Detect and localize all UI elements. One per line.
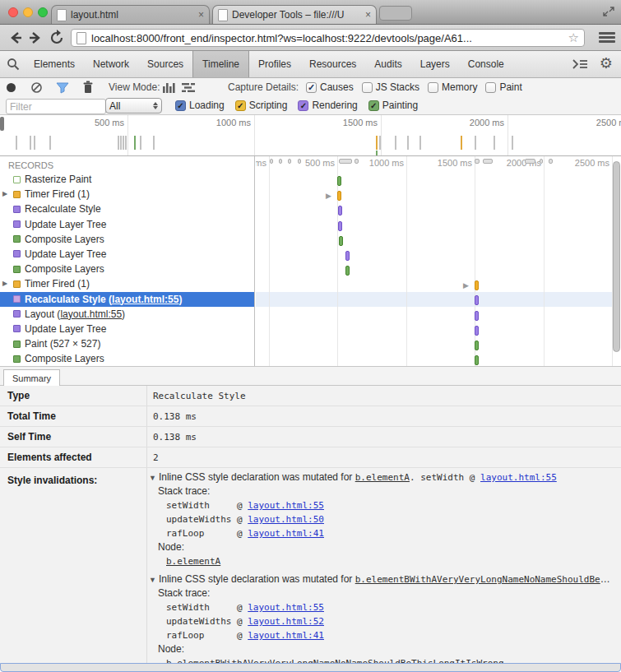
source-link[interactable]: layout.html:50 bbox=[248, 514, 324, 525]
loading-checkbox[interactable]: ✓ bbox=[175, 100, 186, 111]
close-tab-icon[interactable]: × bbox=[198, 10, 204, 20]
record-timer-fired-1-[interactable]: ▶Timer Fired (1) bbox=[0, 187, 254, 202]
address-bar[interactable]: localhost:8000/front_end/inspector.html?… bbox=[71, 29, 585, 47]
category-option-loading[interactable]: ✓Loading bbox=[175, 96, 225, 114]
source-link[interactable]: layout.html:55 bbox=[480, 472, 557, 483]
tab-elements[interactable]: Elements bbox=[25, 51, 84, 77]
flame-event-bar[interactable] bbox=[475, 295, 479, 305]
source-link[interactable]: layout.html:55 bbox=[248, 500, 324, 511]
checkbox-checked[interactable]: ✓ bbox=[306, 82, 317, 93]
waterfall-view-icon[interactable] bbox=[182, 83, 196, 92]
forward-button[interactable] bbox=[26, 29, 44, 47]
node-link[interactable]: b.elementA bbox=[166, 556, 220, 567]
filter-input[interactable] bbox=[6, 99, 106, 114]
record-recalculate-style[interactable]: Recalculate Style bbox=[0, 202, 254, 216]
rendering-checkbox[interactable]: ✓ bbox=[298, 100, 308, 111]
capture-option-memory[interactable]: Memory bbox=[428, 78, 477, 96]
flame-event-bar[interactable] bbox=[475, 311, 479, 321]
record-composite-layers[interactable]: Composite Layers bbox=[0, 262, 254, 276]
clear-button[interactable] bbox=[30, 81, 43, 94]
zoom-window-button[interactable] bbox=[38, 7, 48, 17]
flame-event-bar[interactable] bbox=[475, 280, 479, 290]
flame-event-bar[interactable] bbox=[345, 251, 350, 261]
fullscreen-icon[interactable] bbox=[603, 6, 614, 17]
tab-profiles[interactable]: Profiles bbox=[249, 51, 300, 77]
trash-icon[interactable] bbox=[82, 81, 94, 94]
flame-event-bar[interactable] bbox=[475, 326, 479, 336]
browser-tab-layout[interactable]: layout.html × bbox=[51, 5, 210, 24]
checkbox-unchecked[interactable] bbox=[485, 82, 496, 93]
expand-arrow-icon[interactable]: ▶ bbox=[463, 281, 469, 290]
source-link[interactable]: layout.html:41 bbox=[248, 630, 324, 641]
record-source-link[interactable]: layout.html:55 bbox=[60, 308, 122, 320]
tab-audits[interactable]: Audits bbox=[365, 51, 410, 77]
bookmark-star-icon[interactable]: ☆ bbox=[568, 30, 579, 45]
category-option-painting[interactable]: ✓Painting bbox=[368, 96, 418, 114]
browser-tab-devtools[interactable]: Developer Tools – file:///U × bbox=[212, 5, 377, 24]
collapse-triangle-icon[interactable]: ▼ bbox=[149, 576, 156, 584]
close-window-button[interactable] bbox=[8, 7, 18, 17]
category-dropdown[interactable]: All bbox=[105, 98, 162, 114]
tab-network[interactable]: Network bbox=[84, 51, 138, 77]
record-paint-527-527-[interactable]: Paint (527 × 527) bbox=[0, 336, 254, 351]
record-composite-layers[interactable]: Composite Layers bbox=[0, 351, 254, 366]
show-console-drawer-icon[interactable] bbox=[572, 58, 588, 70]
scripting-checkbox[interactable]: ✓ bbox=[235, 100, 246, 111]
invalidation-node-link[interactable]: b.elementA bbox=[355, 472, 410, 483]
source-link[interactable]: layout.html:55 bbox=[248, 602, 324, 613]
expand-arrow-icon[interactable]: ▶ bbox=[2, 276, 7, 291]
record-update-layer-tree[interactable]: Update Layer Tree bbox=[0, 247, 254, 262]
expand-arrow-icon[interactable]: ▶ bbox=[326, 192, 331, 200]
back-button[interactable] bbox=[7, 29, 25, 47]
filter-funnel-icon[interactable] bbox=[56, 81, 69, 94]
category-option-scripting[interactable]: ✓Scripting bbox=[235, 96, 288, 114]
capture-option-paint[interactable]: Paint bbox=[485, 78, 521, 96]
record-update-layer-tree[interactable]: Update Layer Tree bbox=[0, 322, 254, 336]
tab-resources[interactable]: Resources bbox=[300, 51, 365, 77]
minimize-window-button[interactable] bbox=[23, 7, 33, 17]
events-view-icon[interactable] bbox=[162, 82, 175, 93]
record-composite-layers[interactable]: Composite Layers bbox=[0, 232, 254, 247]
tab-timeline[interactable]: Timeline bbox=[192, 51, 249, 77]
checkbox-unchecked[interactable] bbox=[428, 82, 438, 93]
invalidation-node-link[interactable]: b.elementBWithAVeryVeryLongNameNoNameSho… bbox=[355, 573, 614, 585]
flamechart-pane[interactable]: ms500 ms1000 ms1500 ms2000 ms2500 ms▶▶ bbox=[256, 156, 621, 366]
record-recalculate-style[interactable]: Recalculate Style (layout.html:55) bbox=[0, 292, 254, 307]
record-layout[interactable]: Layout (layout.html:55) bbox=[0, 307, 254, 322]
checkbox-unchecked[interactable] bbox=[362, 82, 373, 93]
search-icon[interactable] bbox=[7, 58, 20, 71]
capture-option-causes[interactable]: ✓Causes bbox=[306, 78, 354, 96]
flame-event-bar[interactable] bbox=[338, 221, 342, 231]
category-option-rendering[interactable]: ✓Rendering bbox=[298, 96, 357, 114]
tab-console[interactable]: Console bbox=[459, 51, 513, 77]
flame-event-bar[interactable] bbox=[345, 266, 350, 276]
vertical-scrollbar-thumb[interactable] bbox=[613, 161, 620, 352]
close-tab-icon[interactable]: × bbox=[365, 10, 371, 20]
reload-button[interactable] bbox=[48, 29, 66, 47]
record-rasterize-paint[interactable]: Rasterize Paint bbox=[0, 172, 254, 187]
record-update-layer-tree[interactable]: Update Layer Tree bbox=[0, 217, 254, 232]
flame-event-bar[interactable] bbox=[338, 206, 342, 216]
collapse-triangle-icon[interactable]: ▼ bbox=[149, 474, 156, 482]
capture-option-js-stacks[interactable]: JS Stacks bbox=[362, 78, 419, 96]
record-button[interactable] bbox=[5, 81, 17, 94]
record-source-link[interactable]: layout.html:55 bbox=[112, 294, 178, 305]
overview-left-grip[interactable] bbox=[0, 117, 4, 131]
source-link[interactable]: layout.html:52 bbox=[248, 616, 324, 627]
record-timer-fired-1-[interactable]: ▶Timer Fired (1) bbox=[0, 276, 254, 291]
flame-event-bar[interactable] bbox=[475, 355, 479, 365]
chrome-menu-icon[interactable] bbox=[599, 32, 615, 44]
flame-event-bar[interactable] bbox=[337, 191, 341, 201]
flame-event-bar[interactable] bbox=[475, 341, 479, 350]
timeline-overview[interactable]: 500 ms1000 ms1500 ms2000 ms2500 ms bbox=[0, 115, 621, 156]
flame-event-bar[interactable] bbox=[339, 236, 343, 246]
expand-arrow-icon[interactable]: ▶ bbox=[2, 187, 7, 202]
source-link[interactable]: layout.html:41 bbox=[248, 528, 324, 539]
new-tab-button[interactable] bbox=[379, 6, 412, 21]
painting-checkbox[interactable]: ✓ bbox=[368, 100, 379, 111]
flame-event-bar[interactable] bbox=[337, 176, 341, 186]
tab-sources[interactable]: Sources bbox=[138, 51, 192, 77]
tab-summary[interactable]: Summary bbox=[3, 369, 60, 386]
settings-gear-icon[interactable]: ⚙ bbox=[600, 54, 613, 72]
tab-layers[interactable]: Layers bbox=[411, 51, 459, 77]
